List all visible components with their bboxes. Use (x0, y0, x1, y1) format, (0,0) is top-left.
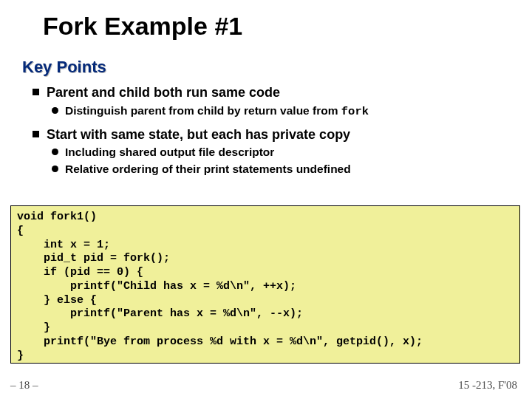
slide-title: Fork Example #1 (43, 12, 242, 41)
fork-keyword: fork (341, 105, 369, 118)
circle-bullet-icon (52, 107, 58, 114)
code-block: void fork1() { int x = 1; pid_t pid = fo… (10, 205, 520, 364)
key-points-heading: Key Points (22, 58, 106, 77)
bullet-2: Start with same state, but each has priv… (33, 126, 513, 143)
bullet-2-2: Relative ordering of their print stateme… (52, 162, 513, 176)
page-number: – 18 – (10, 379, 38, 392)
bullet-2-2-text: Relative ordering of their print stateme… (65, 162, 351, 176)
course-id: 15 -213, F'08 (458, 379, 517, 392)
square-bullet-icon (33, 89, 39, 95)
bullet-2-text: Start with same state, but each has priv… (47, 126, 350, 143)
bullet-1-1-prefix: Distinguish parent from child by return … (65, 104, 341, 117)
bullet-list: Parent and child both run same code Dist… (33, 80, 513, 176)
bullet-1-text: Parent and child both run same code (47, 84, 280, 101)
circle-bullet-icon (52, 166, 58, 172)
bullet-2-1: Including shared output file descriptor (52, 145, 513, 159)
circle-bullet-icon (52, 149, 58, 155)
slide: Fork Example #1 Key Points Parent and ch… (0, 0, 532, 399)
bullet-2-1-text: Including shared output file descriptor (65, 145, 274, 159)
bullet-1-1-text: Distinguish parent from child by return … (65, 103, 369, 119)
bullet-1: Parent and child both run same code (33, 84, 513, 101)
square-bullet-icon (33, 131, 39, 137)
bullet-1-1: Distinguish parent from child by return … (52, 103, 513, 119)
